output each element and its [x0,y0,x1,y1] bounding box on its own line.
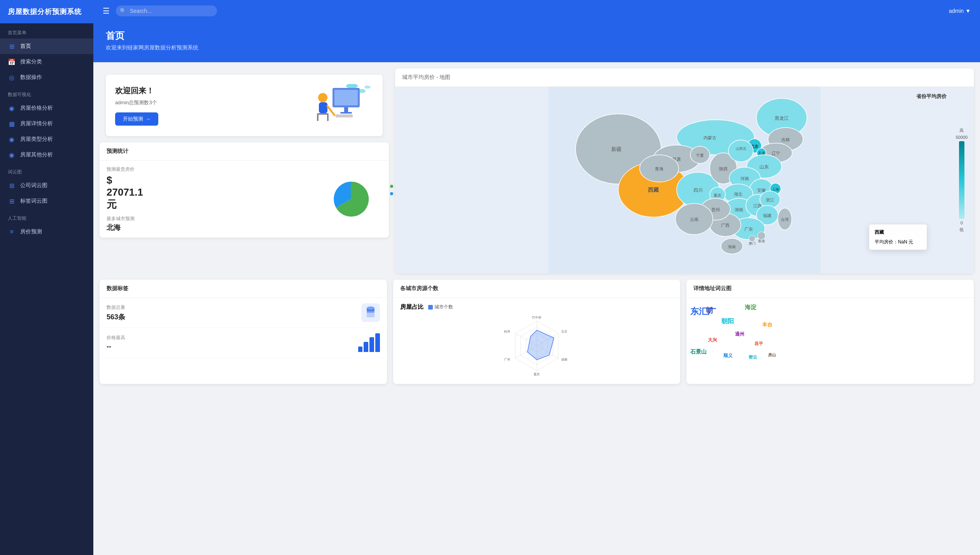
wc-word-12: 密云 [749,354,757,360]
radar-legend-item: 城市个数 [428,304,453,310]
wc-word-6: 通州 [735,331,744,338]
svg-text:杭州: 杭州 [504,330,510,333]
svg-point-77 [749,235,755,242]
welcome-desc: admin总预测数3个 [115,99,158,106]
sidebar-item-predict[interactable]: ≡ 房价预测 [0,224,93,240]
admin-menu[interactable]: admin ▼ [949,8,971,14]
svg-text:辽宁: 辽宁 [772,151,780,156]
svg-text:山东: 山东 [760,164,769,170]
svg-rect-8 [317,113,329,115]
svg-text:广州: 广州 [504,358,510,361]
sidebar: 房屋数据分析预测系统 首页菜单 ⊞ 首页 📅 搜索分类 ◎ 数据操作 数据可视化… [0,0,93,555]
prediction-card-header: 预测统计 [100,142,389,161]
wc-word-8: 昌平 [754,341,763,347]
page-header: 首页 欢迎来到链家网房屋数据分析预测系统 [93,22,980,62]
map-tooltip: 西藏 平均房价：NaN 元 [869,224,927,250]
radar-title: 房屋占比 [400,303,424,311]
calendar-icon: 📅 [8,58,16,66]
sidebar-item-type[interactable]: ◉ 房屋类型分析 [0,131,93,147]
bar-icon: ▦ [8,120,16,128]
bar-4 [375,333,380,352]
svg-point-12 [358,89,366,93]
start-predict-button[interactable]: 开始预测 → [115,112,158,126]
sidebar-section-ai: 人工智能 [0,209,93,224]
svg-text:西藏: 西藏 [648,187,659,193]
search-container: 🔍 [116,5,217,16]
sidebar-item-data[interactable]: ◎ 数据操作 [0,70,93,85]
svg-text:河南: 河南 [740,176,749,181]
legend-color [428,305,433,310]
svg-text:香港: 香港 [758,239,765,243]
menu-toggle-button[interactable]: ☰ [103,6,110,16]
app-logo: 房屋数据分析预测系统 [0,0,93,23]
svg-rect-2 [344,107,348,112]
sidebar-item-other[interactable]: ◉ 房屋其他分析 [0,147,93,163]
price-label: 价格最高 [107,334,125,341]
svg-text:新疆: 新疆 [611,146,621,152]
wc-word-4: 丰台 [762,321,772,328]
svg-text:巴中府: 巴中府 [532,316,541,319]
data-total-info: 数据总量 563条 [107,304,125,322]
bar-1 [358,347,363,352]
wc-word-11: 朝 [706,306,713,315]
radar-header: 各城市房源个数 [393,280,681,298]
sidebar-item-price[interactable]: ◉ 房屋价格分析 [0,100,93,116]
svg-text:广西: 广西 [721,223,730,228]
radar-grid: 巴中府 北京 成都 重庆 广州 杭州 [504,316,567,376]
svg-rect-3 [340,112,352,114]
radar-svg: 巴中府 北京 成都 重庆 广州 杭州 [400,315,674,377]
sidebar-item-home[interactable]: ⊞ 首页 [0,39,93,54]
main-area: ☰ 🔍 admin ▼ 首页 欢迎来到链家网房屋数据分析预测系统 欢迎回来！ [93,0,980,555]
city-label: 最多城市预测 [107,215,310,222]
database-icon [364,306,377,319]
scale-bar [959,141,964,219]
sidebar-section-viz: 数据可视化 [0,85,93,100]
svg-text:成都: 成都 [561,358,567,361]
scale-low-label: 低 [959,227,964,233]
svg-text:陕西: 陕西 [719,166,728,171]
svg-point-75 [758,232,765,240]
data-total-row: 数据总量 563条 [100,298,387,328]
sidebar-item-company-cloud[interactable]: ⊞ 公司词云图 [0,178,93,193]
svg-text:澳门: 澳门 [749,242,756,245]
sidebar-section-cloud: 词云图 [0,163,93,178]
company-cloud-icon: ⊞ [8,182,16,189]
prediction-card-body: 预测最贵房价 $ 27071.1 元 最多城市预测 北海 [100,161,389,238]
svg-text:山西北: 山西北 [736,147,746,151]
home-icon: ⊞ [8,42,16,50]
svg-text:福建: 福建 [763,213,772,218]
svg-text:四川: 四川 [693,187,703,193]
svg-point-82 [367,306,374,310]
svg-text:台湾: 台湾 [781,217,789,222]
color-scale: 高 50000 0 低 [956,128,968,233]
radar-chart-card: 各城市房源个数 房屋占比 城市个数 [393,280,681,384]
data-price-info: 价格最高 -- [107,334,125,351]
total-label: 数据总量 [107,304,125,311]
map-card-header: 城市平均房价 - 地图 [395,68,974,87]
sidebar-item-tag-cloud[interactable]: ⊞ 标签词云图 [0,193,93,209]
left-cards: 欢迎回来！ admin总预测数3个 开始预测 → [100,68,389,273]
sidebar-item-search[interactable]: 📅 搜索分类 [0,54,93,70]
predict-icon: ≡ [8,228,16,236]
svg-text:海南: 海南 [728,245,736,249]
data-tags-header: 数据标签 [100,280,387,298]
wc-word-9: 顺义 [723,352,733,359]
sidebar-item-detail[interactable]: ▦ 房屋详情分析 [0,116,93,131]
prediction-stats-card: 预测统计 预测最贵房价 $ 27071.1 元 最多城市预测 北海 [100,142,389,238]
svg-rect-9 [317,115,318,121]
map-body: 省份平均房价 新疆 西藏 [395,87,974,273]
svg-text:吉林: 吉林 [781,137,790,142]
type-icon: ◉ [8,135,16,143]
svg-text:重庆: 重庆 [714,193,721,198]
svg-text:安徽: 安徽 [757,188,766,193]
svg-rect-6 [319,102,327,113]
city-name: 北海 [107,223,310,232]
topbar: ☰ 🔍 admin ▼ [93,0,980,22]
svg-text:上海: 上海 [772,187,779,191]
prediction-info: 预测最贵房价 $ 27071.1 元 最多城市预测 北海 [107,166,310,232]
search-input[interactable] [116,5,217,16]
svg-point-13 [364,86,371,89]
svg-text:黑龙江: 黑龙江 [775,116,789,121]
svg-text:湖北: 湖北 [734,192,742,196]
data-tags-card: 数据标签 数据总量 563条 [100,280,387,384]
